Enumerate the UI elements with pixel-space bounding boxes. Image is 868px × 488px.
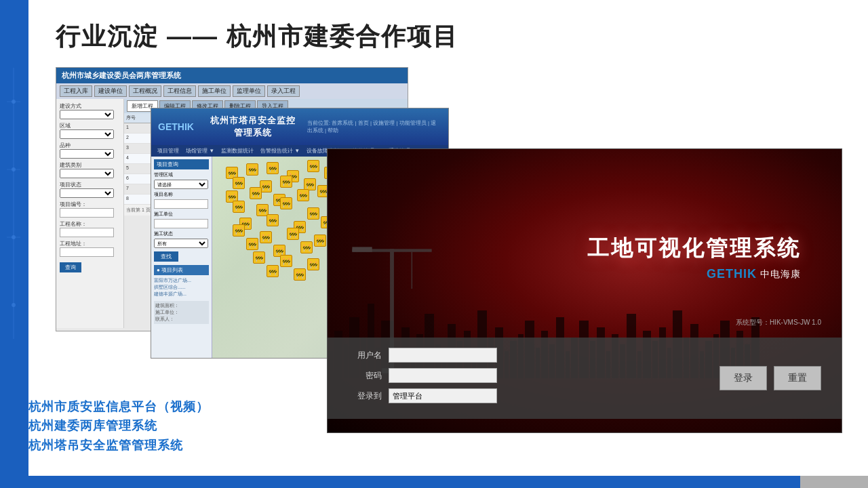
map-construction-icon: 🚧 xyxy=(260,231,272,243)
screenshot3-title-area: 工地可视化管理系统 GETHIK 中电海康 xyxy=(587,234,801,281)
screenshots-container: 杭州市城乡建设委员会两库管理系统 工程入库 建设单位 工程概况 工程信息 施工单… xyxy=(56,67,841,392)
map-construction-icon: 🚧 xyxy=(250,187,262,199)
select-zhuangtai[interactable] xyxy=(60,188,114,198)
circuit-decoration xyxy=(3,68,24,339)
map-construction-icon: 🚧 xyxy=(253,251,265,264)
screenshot-visualization-system: 工地可视化管理系统 GETHIK 中电海康 系统型号：HIK-VMS-JW 1.… xyxy=(327,148,842,433)
loginto-label: 登录到 xyxy=(348,390,382,402)
sidebar-quyu: 管理区域 xyxy=(154,171,209,178)
map-construction-icon: 🚧 xyxy=(246,163,258,176)
sidebar-title: 项目查询 xyxy=(154,159,209,169)
login-buttons: 登录 重置 xyxy=(719,366,821,390)
username-input[interactable] xyxy=(389,348,497,363)
field-bianhao: 项目编号： xyxy=(60,201,120,218)
tab-gaikuang[interactable]: 工程概况 xyxy=(129,85,161,97)
tab-ruku[interactable]: 工程入库 xyxy=(60,85,92,97)
project-list-item[interactable]: 建德丰源广场... xyxy=(154,291,209,298)
map-construction-icon: 🚧 xyxy=(294,268,306,281)
map-construction-icon: 🚧 xyxy=(246,238,258,250)
select-quyu2[interactable]: 请选择 xyxy=(154,180,208,189)
map-construction-icon: 🚧 xyxy=(297,189,309,201)
sidebar-shigong: 施工单位 xyxy=(154,211,209,218)
page-title: 行业沉淀 —— 杭州市建委合作项目 xyxy=(56,20,841,54)
login-area: 用户名 密码 登录到 登录 重置 xyxy=(328,338,842,419)
screenshot2-header: GETHIK 杭州市塔吊安全监控管理系统 当前位置: 首席系统 | 首页 | 设… xyxy=(151,108,448,145)
field-quyu: 区域 xyxy=(60,122,120,139)
map-construction-icon: 🚧 xyxy=(307,207,319,220)
input-bianhao[interactable] xyxy=(60,208,114,218)
screenshot2-title: 杭州市塔吊安全监控管理系统 xyxy=(199,112,307,142)
username-row: 用户名 xyxy=(348,348,706,363)
tab-lurug[interactable]: 录入工程 xyxy=(267,85,300,97)
bottom-blue-bar xyxy=(0,476,800,488)
nav-xiangmu[interactable]: 项目管理 xyxy=(155,146,182,155)
map-construction-icon: 🚧 xyxy=(280,176,292,188)
col-xuhao: 序号 xyxy=(124,113,151,123)
select-pinzhong[interactable] xyxy=(60,149,114,159)
label-zhian: 杭州市质安监信息平台（视频） xyxy=(28,397,209,417)
sidebar-search-btn[interactable]: 查找 xyxy=(154,251,178,262)
nav-gaojing[interactable]: 告警报告统计 ▼ xyxy=(258,146,302,155)
password-row: 密码 xyxy=(348,368,706,383)
input-gongcheng[interactable] xyxy=(60,228,114,237)
user-info: 当前位置: 首席系统 | 首页 | 设施管理 | 功能管理员 | 退出系统 | … xyxy=(307,119,441,134)
tab-xinxi[interactable]: 工程信息 xyxy=(163,85,196,97)
map-construction-icon: 🚧 xyxy=(307,160,319,172)
field-leib: 建筑类别 xyxy=(60,161,120,178)
login-fields: 用户名 密码 登录到 xyxy=(348,348,706,409)
nav-jianceshuju[interactable]: 监测数据统计 xyxy=(218,146,256,155)
dark-background: 工地可视化管理系统 GETHIK 中电海康 系统型号：HIK-VMS-JW 1.… xyxy=(328,149,842,432)
map-construction-icon: 🚧 xyxy=(280,255,292,267)
loginto-row: 登录到 xyxy=(348,388,706,403)
logo-gethik: GETHIK xyxy=(158,121,194,132)
select-jianshe[interactable] xyxy=(60,110,114,119)
project-list-item[interactable]: 富阳市万达广场... xyxy=(154,277,209,284)
nav-changguan[interactable]: 场馆管理 ▼ xyxy=(183,146,217,155)
select-zhuangtai2[interactable]: 所有 xyxy=(154,239,208,248)
input-dizhi[interactable] xyxy=(60,247,114,257)
left-accent-bar xyxy=(0,0,28,488)
field-pinzhong: 品种 xyxy=(60,142,120,159)
project-list-title: ● 项目列表 xyxy=(154,265,209,275)
field-jianshe: 建设方式 xyxy=(60,102,120,119)
screenshot3-title: 工地可视化管理系统 xyxy=(587,234,801,264)
map-construction-icon: 🚧 xyxy=(233,224,245,237)
map-construction-icon: 🚧 xyxy=(307,258,319,270)
screenshot1-toolbar: 工程入库 建设单位 工程概况 工程信息 施工单位 监理单位 录入工程 xyxy=(56,83,408,99)
screenshot1-title: 杭州市城乡建设委员会两库管理系统 xyxy=(56,68,408,83)
svg-rect-11 xyxy=(352,247,372,251)
map-construction-icon: 🚧 xyxy=(300,241,313,253)
tab-shigong[interactable]: 施工单位 xyxy=(198,85,231,97)
logo-cn: 中电海康 xyxy=(760,268,801,281)
reset-button[interactable]: 重置 xyxy=(774,366,821,390)
tab-jianshe[interactable]: 建设单位 xyxy=(94,85,127,97)
map-construction-icon: 🚧 xyxy=(267,214,279,226)
bottom-gray-bar xyxy=(800,476,868,488)
search-button[interactable]: 查询 xyxy=(60,262,81,272)
tab-jianli[interactable]: 监理单位 xyxy=(233,85,265,97)
loginto-input[interactable] xyxy=(389,388,497,403)
password-label: 密码 xyxy=(348,370,382,382)
select-leib[interactable] xyxy=(60,169,114,178)
svg-point-4 xyxy=(12,303,16,307)
field-gongcheng: 工程名称： xyxy=(60,220,120,237)
sidebar-zhuangtai2: 施工状态 xyxy=(154,230,209,237)
label-jiankei: 杭州建委两库管理系统 xyxy=(28,416,209,436)
screenshot1-left-panel: 建设方式 区域 品种 建筑类别 xyxy=(56,99,124,328)
password-input[interactable] xyxy=(389,368,497,383)
label-tadiao: 杭州塔吊安全监管管理系统 xyxy=(28,436,209,455)
logo-area: GETHIK 中电海康 xyxy=(587,267,801,281)
map-construction-icon: 🚧 xyxy=(287,228,299,240)
username-label: 用户名 xyxy=(348,350,382,361)
field-dizhi: 工程地址： xyxy=(60,240,120,257)
map-construction-icon: 🚧 xyxy=(233,177,245,189)
input-shigong[interactable] xyxy=(154,219,208,228)
project-list-item[interactable]: 拱墅区综合...... xyxy=(154,284,209,291)
input-mingcheng[interactable] xyxy=(154,199,208,209)
select-quyu[interactable] xyxy=(60,129,114,139)
login-button[interactable]: 登录 xyxy=(719,366,767,390)
map-construction-icon: 🚧 xyxy=(267,265,279,277)
map-construction-icon: 🚧 xyxy=(314,235,326,247)
screenshot2-sidebar: 项目查询 管理区域 请选择 项目名称 施工单位 施工状态 所有 查找 ● 项目列… xyxy=(151,157,212,359)
sidebar-mingcheng: 项目名称 xyxy=(154,191,209,198)
